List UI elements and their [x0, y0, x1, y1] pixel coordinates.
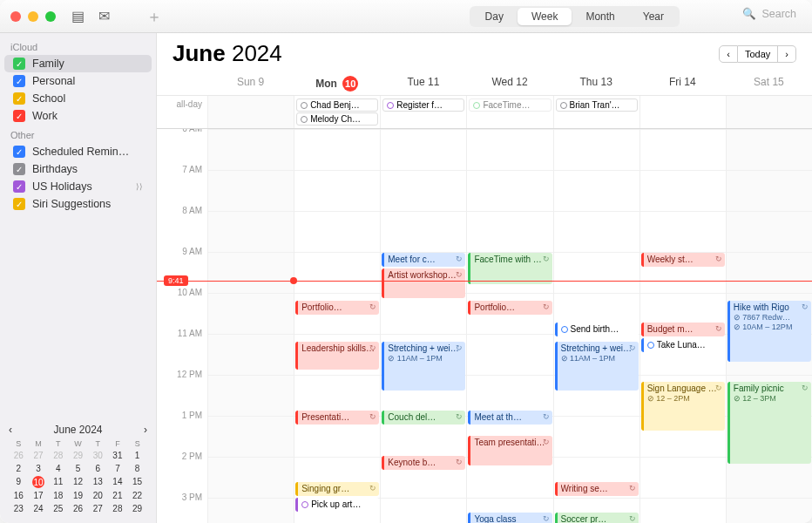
allday-cell[interactable]: Chad Benj…Melody Ch…: [294, 96, 380, 128]
day-header[interactable]: Fri 14: [639, 76, 726, 92]
mini-day[interactable]: 1: [127, 450, 147, 461]
calendar-item[interactable]: ✓Personal: [4, 72, 152, 90]
mini-day[interactable]: 19: [68, 490, 88, 501]
calendar-checkbox[interactable]: ✓: [13, 58, 25, 70]
mini-day[interactable]: 2: [9, 463, 29, 474]
mini-day[interactable]: 18: [48, 490, 68, 501]
week-grid[interactable]: 6 AM7 AM8 AM9 AM10 AM11 AM12 PM1 PM2 PM3…: [157, 129, 812, 523]
calendar-event[interactable]: Portfolio…↻: [468, 301, 551, 315]
view-year[interactable]: Year: [629, 8, 678, 25]
mini-next-button[interactable]: ›: [144, 424, 147, 436]
mini-day[interactable]: 10: [32, 476, 44, 488]
calendar-item[interactable]: ✓Siri Suggestions: [4, 195, 152, 213]
close-window-button[interactable]: [10, 11, 21, 22]
calendar-event[interactable]: Sign Language Club⊘ 12 – 2PM↻: [641, 382, 725, 431]
calendar-item[interactable]: ✓Birthdays: [4, 160, 152, 178]
calendar-item[interactable]: ✓Work: [4, 107, 152, 125]
allday-event[interactable]: FaceTime…: [469, 98, 551, 112]
day-header[interactable]: Tue 11: [380, 76, 466, 92]
mini-day[interactable]: 26: [9, 450, 29, 461]
calendar-event[interactable]: Take Luna…: [641, 338, 725, 352]
calendar-event[interactable]: Couch del…↻: [382, 411, 465, 425]
mini-day[interactable]: 9: [9, 476, 29, 488]
mini-day[interactable]: 14: [108, 476, 128, 488]
mini-day[interactable]: 27: [29, 450, 49, 461]
allday-cell[interactable]: [726, 96, 812, 128]
day-column[interactable]: Weekly st…↻Budget m…↻Take Luna…Sign Lang…: [639, 129, 726, 523]
calendar-item[interactable]: ✓School: [4, 90, 152, 107]
calendar-event[interactable]: Singing gr…↻: [295, 482, 379, 496]
mini-prev-button[interactable]: ‹: [9, 424, 12, 436]
search-field[interactable]: 🔍 Search: [742, 7, 796, 20]
day-column[interactable]: FaceTime with Gran…↻Portfolio…↻Meet at t…: [466, 129, 552, 523]
mini-day[interactable]: 28: [48, 450, 68, 461]
day-column[interactable]: Hike with Rigo⊘ 7867 Redw…⊘ 10AM – 12PM↻…: [726, 129, 812, 523]
mini-day[interactable]: 16: [9, 490, 29, 501]
minimize-window-button[interactable]: [28, 11, 38, 22]
calendar-event[interactable]: Yoga class⊘ 501 Stanya…⊘ 4 – 5:30PM↻: [468, 513, 551, 523]
mini-day[interactable]: 28: [108, 503, 128, 514]
calendar-event[interactable]: Portfolio…↻: [295, 301, 379, 315]
allday-cell[interactable]: Register f…: [380, 96, 466, 128]
mini-day[interactable]: 23: [9, 503, 29, 514]
calendar-event[interactable]: Keynote b…↻: [382, 456, 465, 470]
calendar-event[interactable]: Send birth…: [555, 323, 639, 336]
calendar-checkbox[interactable]: ✓: [13, 110, 25, 122]
calendar-event[interactable]: Pick up art…: [295, 498, 379, 512]
day-column[interactable]: Portfolio…↻Leadership skills work…↻Prese…: [294, 129, 380, 523]
calendar-checkbox[interactable]: ✓: [13, 163, 25, 175]
calendar-checkbox[interactable]: ✓: [13, 180, 25, 193]
mini-day[interactable]: 6: [88, 463, 108, 474]
day-column[interactable]: [207, 129, 294, 523]
mini-day[interactable]: 5: [68, 463, 88, 474]
allday-event[interactable]: Melody Ch…: [296, 112, 378, 126]
today-button[interactable]: Today: [738, 45, 778, 63]
mini-day[interactable]: 29: [127, 503, 147, 514]
calendar-checkbox[interactable]: ✓: [13, 75, 25, 87]
mini-calendar[interactable]: ‹ June 2024 › SMTWTFS2627282930311234567…: [0, 417, 156, 523]
calendar-event[interactable]: Leadership skills work…↻: [295, 342, 379, 370]
allday-event[interactable]: Chad Benj…: [296, 98, 378, 112]
view-week[interactable]: Week: [518, 8, 572, 25]
calendar-checkbox[interactable]: ✓: [13, 146, 25, 158]
calendar-event[interactable]: FaceTime with Gran…↻: [468, 253, 551, 284]
mini-day[interactable]: 20: [88, 490, 108, 501]
mini-day[interactable]: 29: [68, 450, 88, 461]
calendars-icon[interactable]: ▤: [71, 8, 85, 24]
calendar-event[interactable]: Stretching + weights⊘ 11AM – 1PM↻: [555, 342, 639, 391]
mini-day[interactable]: 25: [48, 503, 68, 514]
calendar-item[interactable]: ✓Scheduled Remin…: [4, 143, 152, 160]
calendar-event[interactable]: Hike with Rigo⊘ 7867 Redw…⊘ 10AM – 12PM↻: [727, 301, 811, 362]
calendar-checkbox[interactable]: ✓: [13, 92, 25, 105]
allday-cell[interactable]: FaceTime…: [466, 96, 552, 128]
calendar-event[interactable]: Weekly st…↻: [641, 253, 725, 267]
mini-day[interactable]: 22: [127, 490, 147, 501]
mini-day[interactable]: 7: [108, 463, 128, 474]
mini-day[interactable]: 11: [48, 476, 68, 488]
add-event-button[interactable]: ＋: [146, 6, 162, 27]
allday-cell[interactable]: Brian Tran'…: [553, 96, 639, 128]
allday-event[interactable]: Register f…: [382, 98, 464, 112]
calendar-event[interactable]: Meet for c…↻: [382, 253, 465, 267]
calendar-item[interactable]: ✓Family: [4, 55, 152, 72]
day-header[interactable]: Thu 13: [553, 76, 639, 92]
day-header[interactable]: Mon 10: [294, 76, 380, 92]
prev-week-button[interactable]: ‹: [719, 45, 738, 63]
calendar-event[interactable]: Presentati…↻: [295, 411, 379, 425]
mini-day[interactable]: 24: [29, 503, 49, 514]
calendar-event[interactable]: Stretching + weights⊘ 11AM – 1PM↻: [382, 342, 465, 391]
calendar-item[interactable]: ✓US Holidays⟩⟩: [4, 178, 152, 195]
mini-day[interactable]: 26: [68, 503, 88, 514]
mini-day[interactable]: 30: [88, 450, 108, 461]
allday-cell[interactable]: [639, 96, 726, 128]
mini-day[interactable]: 8: [127, 463, 147, 474]
mini-day[interactable]: 31: [108, 450, 128, 461]
mini-day[interactable]: 4: [48, 463, 68, 474]
zoom-window-button[interactable]: [45, 11, 56, 22]
mini-day[interactable]: 13: [88, 476, 108, 488]
calendar-event[interactable]: Budget m…↻: [641, 323, 725, 336]
next-week-button[interactable]: ›: [778, 45, 796, 63]
mini-day[interactable]: 17: [29, 490, 49, 501]
calendar-event[interactable]: Meet at th…↻: [468, 411, 551, 425]
mini-day[interactable]: 21: [108, 490, 128, 501]
